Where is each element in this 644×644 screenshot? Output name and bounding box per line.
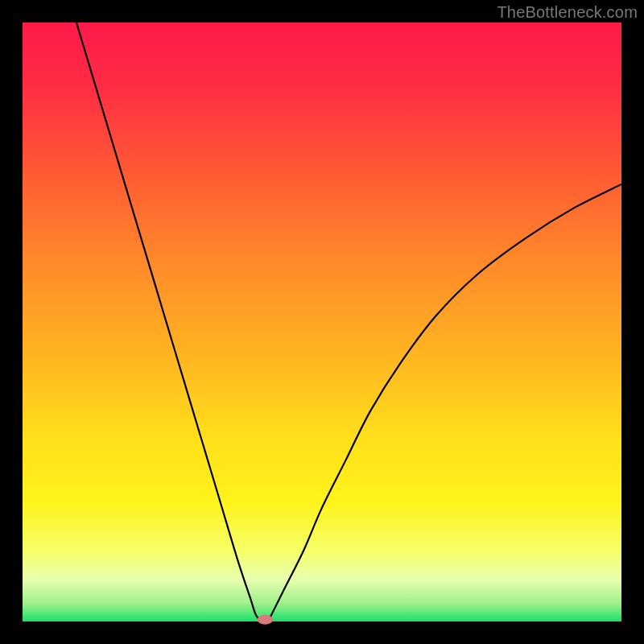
- plot-background: [23, 23, 621, 621]
- chart-container: TheBottleneck.com: [0, 0, 644, 644]
- bottleneck-chart: [0, 0, 644, 644]
- optimal-marker: [258, 615, 273, 625]
- watermark-text: TheBottleneck.com: [497, 3, 638, 22]
